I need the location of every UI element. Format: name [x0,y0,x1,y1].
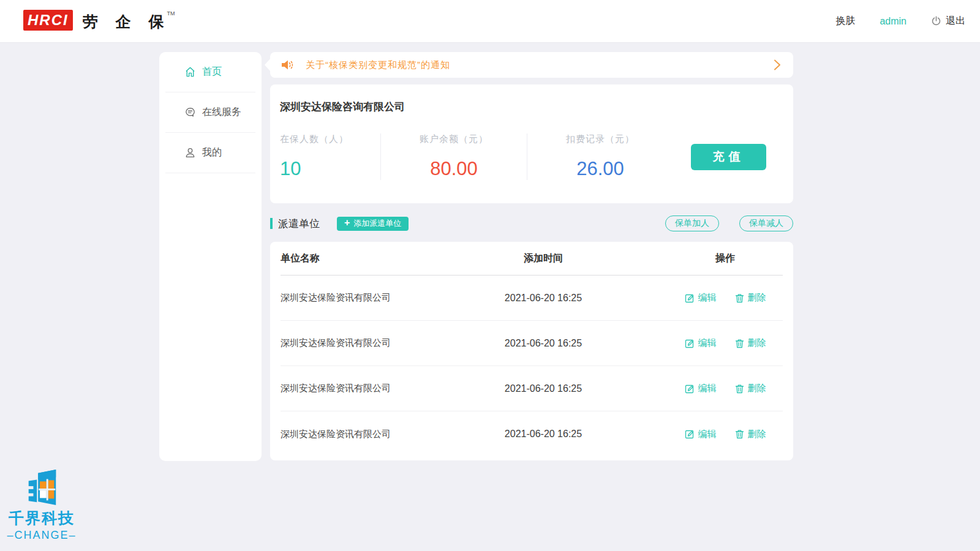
section-accent-bar [270,218,273,229]
trash-icon [735,429,744,439]
actions-cell: 编辑 删除 [668,383,783,394]
add-dispatch-unit-label: 添加派遣单位 [353,218,401,229]
edit-label: 编辑 [698,337,717,349]
dispatch-section-header: 派遣单位 + 添加派遣单位 保单加人 保单减人 [270,216,793,231]
delete-label: 删除 [748,383,766,394]
edit-action[interactable]: 编辑 [685,429,717,440]
change-logo: 千界科技 –CHANGE– [4,469,80,542]
recharge-cell: 充值 [673,133,783,180]
trash-icon [735,384,744,394]
actions-cell: 编辑 删除 [668,337,783,349]
unit-name-cell: 深圳安达保险资讯有限公司 [281,337,419,349]
sidebar-item-label: 在线服务 [202,106,241,119]
home-icon [184,66,196,78]
change-logo-text: 千界科技 [9,508,75,528]
column-header-add-time: 添加时间 [419,252,668,265]
sidebar-item-home[interactable]: 首页 [165,52,255,92]
chat-icon [184,107,196,118]
account-stats: 在保人数（人） 10 账户余额（元） 80.00 扣费记录（元） 26.00 充… [280,133,783,180]
table-row: 深圳安达保险资讯有限公司 2021-06-20 16:25 编辑 [281,366,783,411]
table-row: 深圳安达保险资讯有限公司 2021-06-20 16:25 编辑 [281,276,783,321]
trash-icon [735,339,744,348]
page-body: 首页 在线服务 我的 [159,52,980,461]
edit-action[interactable]: 编辑 [685,383,717,394]
app-header: HRCI 劳 企 保 TM 换肤 admin 退出 [0,0,980,43]
sidebar-item-online-service[interactable]: 在线服务 [165,92,255,133]
delete-label: 删除 [748,292,766,304]
stat-value: 80.00 [381,158,527,180]
change-logo-mark [23,469,61,507]
logout-button[interactable]: 退出 [931,15,965,28]
user-icon [184,147,196,159]
stat-label: 扣费记录（元） [527,133,673,145]
change-skin-button[interactable]: 换肤 [835,15,855,28]
add-time-cell: 2021-06-20 16:25 [419,429,668,440]
table-row: 深圳安达保险资讯有限公司 2021-06-20 16:25 编辑 [281,411,783,457]
edit-label: 编辑 [698,383,717,394]
delete-action[interactable]: 删除 [735,429,766,440]
change-logo-subtext: –CHANGE– [7,529,76,542]
table-row: 深圳安达保险资讯有限公司 2021-06-20 16:25 编辑 [281,321,783,366]
delete-action[interactable]: 删除 [735,337,766,349]
sidebar-item-label: 我的 [202,146,222,159]
actions-cell: 编辑 删除 [668,292,783,304]
brand-name: 劳 企 保 [83,10,171,33]
policy-add-person-button[interactable]: 保单加人 [665,216,719,231]
account-card: 深圳安达保险咨询有限公司 在保人数（人） 10 账户余额（元） 80.00 扣费… [270,84,793,203]
dispatch-unit-table: 单位名称 添加时间 操作 深圳安达保险资讯有限公司 2021-06-20 16:… [270,242,793,460]
sidebar-item-mine[interactable]: 我的 [165,133,255,173]
stat-value: 26.00 [527,158,673,180]
stat-value: 10 [280,158,380,180]
edit-icon [685,339,695,348]
unit-name-cell: 深圳安达保险资讯有限公司 [281,383,419,394]
stat-account-balance: 账户余额（元） 80.00 [380,133,527,180]
add-dispatch-unit-button[interactable]: + 添加派遣单位 [337,217,409,231]
section-title: 派遣单位 [278,217,320,231]
notice-banner[interactable]: 关于“核保类别变更和规范”的通知 [270,52,793,78]
power-icon [931,16,941,26]
stat-label: 账户余额（元） [381,133,527,145]
delete-label: 删除 [748,429,766,440]
add-time-cell: 2021-06-20 16:25 [419,293,668,304]
header-actions: 换肤 admin 退出 [835,15,965,28]
edit-action[interactable]: 编辑 [685,292,717,304]
unit-name-cell: 深圳安达保险资讯有限公司 [281,429,419,440]
trash-icon [735,293,744,303]
edit-label: 编辑 [698,429,717,440]
stat-deduction-record: 扣费记录（元） 26.00 [527,133,673,180]
notice-text: 关于“核保类别变更和规范”的通知 [306,59,450,71]
speaker-icon [281,59,294,71]
chevron-right-icon[interactable] [774,59,781,70]
edit-icon [685,429,695,439]
delete-action[interactable]: 删除 [735,383,766,394]
stat-label: 在保人数（人） [280,133,380,145]
stat-insured-count: 在保人数（人） 10 [280,133,380,180]
column-header-unit-name: 单位名称 [281,252,419,265]
edit-icon [685,384,695,394]
table-header-row: 单位名称 添加时间 操作 [281,242,783,276]
company-name: 深圳安达保险咨询有限公司 [280,100,783,114]
username-link[interactable]: admin [880,16,907,27]
edit-icon [685,293,695,303]
delete-action[interactable]: 删除 [735,292,766,304]
policy-remove-person-button[interactable]: 保单减人 [739,216,793,231]
column-header-actions: 操作 [668,252,783,265]
edit-label: 编辑 [698,292,717,304]
hrci-logo: HRCI 劳 企 保 TM [23,10,175,33]
unit-name-cell: 深圳安达保险资讯有限公司 [281,292,419,304]
logout-label: 退出 [946,15,965,28]
add-time-cell: 2021-06-20 16:25 [419,383,668,394]
actions-cell: 编辑 删除 [668,429,783,440]
hrci-logo-mark: HRCI [23,10,73,31]
sidebar: 首页 在线服务 我的 [159,52,262,461]
main-content: 关于“核保类别变更和规范”的通知 深圳安达保险咨询有限公司 在保人数（人） 10… [270,52,793,460]
sidebar-item-label: 首页 [202,66,222,78]
delete-label: 删除 [748,337,766,349]
plus-icon: + [344,218,350,228]
edit-action[interactable]: 编辑 [685,337,717,349]
recharge-button[interactable]: 充值 [691,144,766,170]
trademark-mark: TM [167,10,175,17]
add-time-cell: 2021-06-20 16:25 [419,338,668,349]
